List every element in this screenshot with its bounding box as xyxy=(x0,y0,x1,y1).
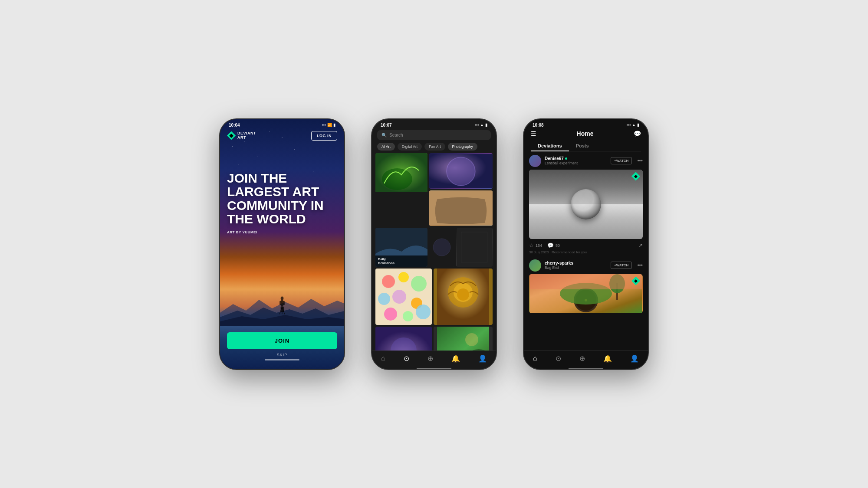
watch-button-1[interactable]: +WATCH xyxy=(611,157,632,164)
likes-count[interactable]: ☆ 154 xyxy=(529,242,542,249)
svg-point-25 xyxy=(384,308,397,321)
svg-rect-3 xyxy=(283,301,285,305)
art-cell-fantasy1[interactable] xyxy=(375,327,432,350)
time-2: 10:07 xyxy=(381,123,392,128)
art-svg-fantasy1 xyxy=(375,327,432,350)
art-svg-lion xyxy=(434,269,493,325)
comments-count[interactable]: 💬 50 xyxy=(547,242,560,249)
bottom-nav-3: ⌂ ⊙ ⊕ 🔔 👤 xyxy=(524,350,648,368)
post-2-header: cherry-sparks Bag End +WATCH ••• xyxy=(529,259,643,272)
daily-deviations-cell[interactable]: DailyDeviations xyxy=(375,228,427,267)
join-button[interactable]: JOIN xyxy=(227,332,337,349)
feed-post-2: cherry-sparks Bag End +WATCH ••• xyxy=(524,259,648,318)
svg-point-12 xyxy=(447,157,475,186)
deviantart-logo: DEVIANTART xyxy=(227,131,256,140)
wifi-icon-2: ▲ xyxy=(480,123,484,127)
nav-bell-3[interactable]: 🔔 xyxy=(603,354,612,363)
svg-point-19 xyxy=(382,275,395,288)
nav-profile-3[interactable]: 👤 xyxy=(630,354,639,363)
nav-plus-3[interactable]: ⊕ xyxy=(579,354,585,363)
bagend-svg xyxy=(529,274,643,313)
lensball-artwork xyxy=(529,170,643,239)
post-1-meta: Denise67 Lensball experiment xyxy=(545,156,607,165)
nav-profile-2[interactable]: 👤 xyxy=(478,354,487,363)
grid-row-3 xyxy=(375,269,493,325)
svg-point-20 xyxy=(398,272,409,282)
p3-feed: Denise67 Lensball experiment +WATCH ••• xyxy=(524,151,648,350)
art-svg-2 xyxy=(429,153,493,189)
tag-photography[interactable]: Photography xyxy=(448,143,477,151)
post-1-subtitle: Lensball experiment xyxy=(545,161,607,165)
art-svg-1 xyxy=(375,153,427,192)
login-button[interactable]: LOG IN xyxy=(311,131,337,141)
search-icon: 🔍 xyxy=(381,133,387,138)
svg-point-27 xyxy=(416,305,431,319)
svg-point-26 xyxy=(403,311,413,321)
status-bar-1: 10:04 ▪▪▪ 📶 ▮ xyxy=(220,119,344,129)
more-options-1[interactable]: ••• xyxy=(637,158,643,164)
battery-icon-2: ▮ xyxy=(485,123,487,127)
home-title: Home xyxy=(577,130,594,137)
share-icon[interactable]: ↗ xyxy=(638,242,643,249)
comment-icon: 💬 xyxy=(547,242,554,249)
post-1-username: Denise67 xyxy=(545,156,607,161)
post-1-actions: ☆ 154 💬 50 ↗ xyxy=(529,242,643,249)
art-cell-5[interactable] xyxy=(456,228,493,267)
svg-point-0 xyxy=(281,296,284,300)
post-1-image xyxy=(529,170,643,239)
daily-deviations-label: DailyDeviations xyxy=(375,255,427,267)
home-indicator-2 xyxy=(417,368,451,369)
p3-tabs: Deviations Posts xyxy=(531,141,641,151)
more-options-2[interactable]: ••• xyxy=(637,262,643,269)
art-svg-4 xyxy=(429,228,454,267)
nav-plus-2[interactable]: ⊕ xyxy=(427,354,433,363)
art-svg-colorful xyxy=(375,269,432,325)
signal-icon-2: ▪▪▪ xyxy=(475,123,479,127)
skip-text[interactable]: SKIP xyxy=(227,353,337,357)
nav-bell-2[interactable]: 🔔 xyxy=(451,354,460,363)
chat-icon[interactable]: 💬 xyxy=(634,130,641,137)
wifi-icon-3: ▲ xyxy=(632,123,636,127)
wifi-icon-1: 📶 xyxy=(327,123,332,127)
nav-search-3[interactable]: ⊙ xyxy=(556,354,561,363)
tab-deviations[interactable]: Deviations xyxy=(531,141,569,151)
svg-rect-2 xyxy=(279,301,281,305)
search-bar[interactable]: 🔍 Search xyxy=(377,130,491,140)
post-2-meta: cherry-sparks Bag End xyxy=(545,261,607,270)
post-2-username: cherry-sparks xyxy=(545,261,607,265)
art-cell-2[interactable] xyxy=(429,153,493,189)
tab-posts[interactable]: Posts xyxy=(569,141,596,151)
search-placeholder: Search xyxy=(389,133,403,138)
svg-point-31 xyxy=(457,288,469,301)
online-indicator xyxy=(565,157,567,160)
phone-1-welcome: 10:04 ▪▪▪ 📶 ▮ DEVIANTART LOG IN JOIN THE… xyxy=(219,118,345,370)
home-indicator-1 xyxy=(265,359,299,360)
grid-row-4 xyxy=(375,327,493,350)
nav-home-2[interactable]: ⌂ xyxy=(381,354,385,362)
art-cell-fantasy2[interactable] xyxy=(434,327,493,350)
art-cell-lion[interactable] xyxy=(434,269,493,325)
tag-fan-art[interactable]: Fan Art xyxy=(424,143,445,151)
art-cell-1[interactable] xyxy=(375,153,427,192)
art-cell-4[interactable] xyxy=(429,228,454,267)
phone-2-browse: 10:07 ▪▪▪ ▲ ▮ 🔍 Search AI Art Digital Ar… xyxy=(371,118,497,370)
tag-ai-art[interactable]: AI Art xyxy=(377,143,395,151)
svg-point-22 xyxy=(378,293,390,305)
status-bar-2: 10:07 ▪▪▪ ▲ ▮ xyxy=(372,119,496,129)
tag-digital-art[interactable]: Digital Art xyxy=(398,143,422,151)
signal-icon-1: ▪▪▪ xyxy=(322,123,326,127)
art-svg-5 xyxy=(456,228,493,267)
art-grid: DailyDeviations xyxy=(372,153,496,350)
nav-home-3[interactable]: ⌂ xyxy=(533,354,537,362)
art-cell-colorful[interactable] xyxy=(375,269,432,325)
watch-button-2[interactable]: +WATCH xyxy=(611,262,632,269)
feed-post-1: Denise67 Lensball experiment +WATCH ••• xyxy=(524,155,648,259)
bagend-artwork xyxy=(529,274,643,313)
post-2-subtitle: Bag End xyxy=(545,265,607,270)
hamburger-icon[interactable]: ☰ xyxy=(531,130,536,137)
bottom-nav-2: ⌂ ⊙ ⊕ 🔔 👤 xyxy=(372,350,496,368)
nav-search-2[interactable]: ⊙ xyxy=(404,354,409,363)
art-svg-fantasy2 xyxy=(434,327,493,350)
art-cell-3[interactable] xyxy=(429,190,493,226)
battery-icon-3: ▮ xyxy=(637,123,639,127)
